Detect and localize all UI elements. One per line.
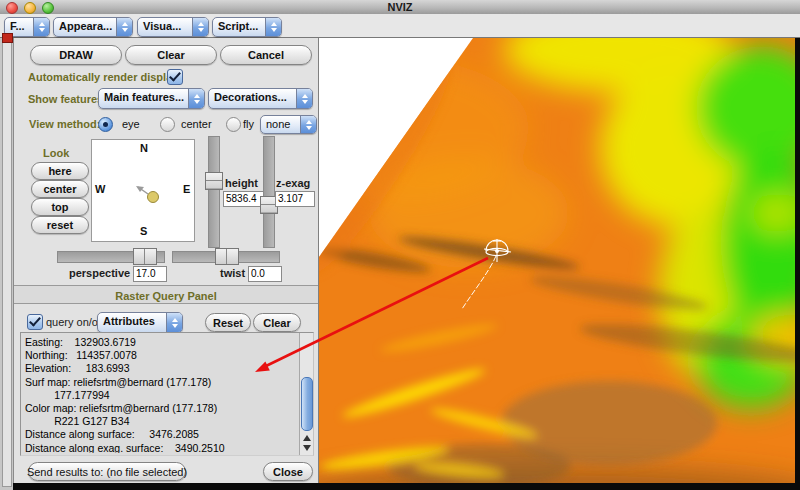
twist-slider-handle[interactable] bbox=[215, 248, 239, 265]
query-line: Distance along exag. surface: 3490.2510 bbox=[25, 442, 298, 453]
attributes-popup-label: Attributes bbox=[98, 313, 166, 332]
zexag-input[interactable]: 3.107 bbox=[275, 191, 315, 207]
fly-mode-popup[interactable]: none bbox=[260, 115, 317, 134]
appearance-menu-label: Appeara... bbox=[54, 18, 116, 36]
look-center-label: center bbox=[43, 183, 76, 195]
stepper-down-icon bbox=[39, 28, 45, 32]
decorations-popup[interactable]: Decorations... bbox=[208, 88, 313, 109]
stepper-icon bbox=[296, 89, 312, 108]
look-reset-button[interactable]: reset bbox=[31, 216, 89, 234]
titlebar[interactable]: NVIZ bbox=[0, 0, 800, 15]
fly-mode-popup-label: none bbox=[261, 116, 300, 133]
main-features-popup-label: Main features... bbox=[99, 89, 188, 108]
look-here-label: here bbox=[48, 165, 71, 177]
attributes-popup[interactable]: Attributes bbox=[97, 312, 183, 333]
raster-query-panel-header: Raster Query Panel bbox=[14, 285, 318, 304]
auto-render-checkbox[interactable] bbox=[167, 69, 183, 85]
scroll-down-icon[interactable] bbox=[303, 445, 311, 451]
query-line: Elevation: 183.6993 bbox=[25, 362, 298, 375]
query-line: R221 G127 B34 bbox=[25, 415, 298, 428]
radio-center-label: center bbox=[181, 118, 212, 130]
close-panel-button[interactable]: Close bbox=[263, 462, 313, 481]
stepper-icon bbox=[188, 89, 204, 108]
send-results-label: Send results to: (no file selected) bbox=[27, 466, 187, 478]
screen-edge-right bbox=[795, 38, 800, 490]
visualize-menu[interactable]: Visua... bbox=[137, 17, 209, 37]
height-slider-handle[interactable] bbox=[205, 172, 223, 190]
check-icon bbox=[29, 314, 41, 326]
send-results-button[interactable]: Send results to: (no file selected) bbox=[28, 462, 186, 481]
perspective-label: perspective bbox=[69, 267, 130, 279]
radio-fly-label: fly bbox=[243, 118, 254, 130]
compass-north-label: N bbox=[140, 142, 148, 154]
scroll-up-icon[interactable] bbox=[303, 435, 311, 441]
query-reset-button[interactable]: Reset bbox=[205, 313, 251, 332]
query-line: 177.177994 bbox=[25, 389, 298, 402]
close-window-icon[interactable] bbox=[6, 2, 18, 14]
twist-label: twist bbox=[220, 267, 245, 279]
appearance-menu[interactable]: Appeara... bbox=[53, 17, 133, 37]
radio-eye[interactable] bbox=[98, 117, 113, 132]
query-line: Easting: 132903.6719 bbox=[25, 336, 298, 349]
query-clear-button[interactable]: Clear bbox=[253, 313, 301, 332]
query-on-off-label: query on/off bbox=[46, 316, 104, 328]
look-top-label: top bbox=[51, 201, 68, 213]
perspective-input[interactable]: 17.0 bbox=[133, 266, 167, 282]
radio-eye-label: eye bbox=[122, 118, 140, 130]
zexag-slider[interactable] bbox=[263, 136, 275, 248]
twist-input[interactable]: 0.0 bbox=[248, 266, 282, 282]
query-on-off-checkbox[interactable] bbox=[27, 314, 43, 330]
compass-east-label: E bbox=[183, 183, 190, 195]
stepper-up-icon bbox=[39, 22, 45, 26]
scripting-menu-label: Script... bbox=[213, 18, 265, 36]
visualize-menu-label: Visua... bbox=[138, 18, 192, 36]
show-features-label: Show features: bbox=[28, 93, 107, 105]
cancel-button[interactable]: Cancel bbox=[220, 45, 312, 65]
query-results-textarea[interactable]: Easting: 132903.6719 Northing: 114357.00… bbox=[20, 332, 314, 456]
look-top-button[interactable]: top bbox=[31, 198, 89, 216]
query-clear-label: Clear bbox=[263, 317, 291, 329]
query-line: Color map: reliefsrtm@bernard (177.178) bbox=[25, 402, 298, 415]
sash-marker bbox=[2, 33, 13, 43]
minimize-window-icon[interactable] bbox=[24, 2, 36, 14]
draw-button-label: DRAW bbox=[59, 49, 93, 61]
perspective-slider-handle[interactable] bbox=[133, 248, 157, 265]
terrain-render bbox=[319, 38, 795, 483]
query-results-text: Easting: 132903.6719 Northing: 114357.00… bbox=[25, 336, 298, 453]
control-panel: DRAW Clear Cancel Automatically render d… bbox=[14, 38, 318, 483]
window-title: NVIZ bbox=[0, 0, 800, 14]
stepper-icon bbox=[116, 18, 132, 36]
look-reset-label: reset bbox=[47, 219, 73, 231]
close-panel-label: Close bbox=[273, 466, 303, 478]
radio-center[interactable] bbox=[160, 117, 175, 132]
main-features-popup[interactable]: Main features... bbox=[98, 88, 205, 109]
scripting-menu[interactable]: Script... bbox=[212, 17, 282, 37]
look-center-button[interactable]: center bbox=[31, 180, 89, 198]
cancel-button-label: Cancel bbox=[248, 49, 284, 61]
query-line: Northing: 114357.0078 bbox=[25, 349, 298, 362]
3d-terrain-viewport[interactable] bbox=[319, 38, 795, 483]
panel-scrollbar[interactable] bbox=[0, 38, 14, 490]
clear-button-label: Clear bbox=[157, 49, 185, 61]
decorations-popup-label: Decorations... bbox=[209, 89, 296, 108]
look-label: Look bbox=[43, 147, 69, 159]
nviz-window: NVIZ F... Appeara... Visua... Script... … bbox=[0, 0, 800, 490]
check-icon bbox=[169, 69, 181, 81]
draw-button[interactable]: DRAW bbox=[30, 45, 122, 65]
height-slider[interactable] bbox=[208, 136, 220, 248]
height-label: height bbox=[225, 177, 258, 189]
compass-west-label: W bbox=[95, 183, 105, 195]
panel-scrollbar-thumb[interactable] bbox=[2, 41, 12, 487]
look-here-button[interactable]: here bbox=[31, 162, 89, 180]
raster-query-panel-title: Raster Query Panel bbox=[115, 290, 217, 302]
query-results-scrollbar[interactable] bbox=[299, 333, 313, 455]
stepper-icon bbox=[300, 116, 316, 133]
auto-render-label: Automatically render display: bbox=[28, 71, 182, 83]
query-scrollbar-thumb[interactable] bbox=[301, 377, 313, 431]
stepper-icon bbox=[265, 18, 281, 36]
view-position-puck[interactable]: N S W E bbox=[91, 139, 195, 242]
zoom-window-icon[interactable] bbox=[42, 2, 54, 14]
view-method-label: View method: bbox=[29, 118, 100, 130]
clear-display-button[interactable]: Clear bbox=[125, 45, 217, 65]
radio-fly[interactable] bbox=[226, 117, 241, 132]
